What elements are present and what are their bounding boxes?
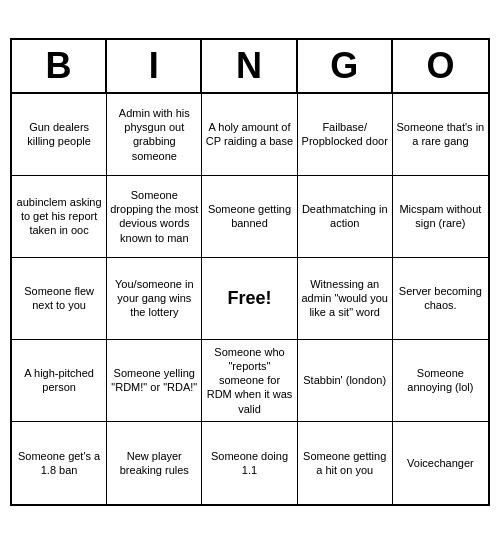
bingo-cell: Someone doing 1.1 — [202, 422, 297, 504]
bingo-cell: Failbase/ Propblocked door — [298, 94, 393, 176]
bingo-header: BINGO — [12, 40, 488, 94]
bingo-cell: You/someone in your gang wins the lotter… — [107, 258, 202, 340]
bingo-cell: Free! — [202, 258, 297, 340]
bingo-letter: I — [107, 40, 202, 92]
bingo-cell: Someone that's in a rare gang — [393, 94, 488, 176]
bingo-cell: Stabbin' (london) — [298, 340, 393, 422]
bingo-cell: A holy amount of CP raiding a base — [202, 94, 297, 176]
bingo-cell: Someone get's a 1.8 ban — [12, 422, 107, 504]
bingo-cell: New player breaking rules — [107, 422, 202, 504]
bingo-cell: Gun dealers killing people — [12, 94, 107, 176]
bingo-cell: A high-pitched person — [12, 340, 107, 422]
bingo-cell: Someone yelling "RDM!" or "RDA!" — [107, 340, 202, 422]
bingo-letter: N — [202, 40, 297, 92]
bingo-cell: Someone annoying (lol) — [393, 340, 488, 422]
bingo-cell: Server becoming chaos. — [393, 258, 488, 340]
bingo-letter: G — [298, 40, 393, 92]
bingo-cell: Micspam without sign (rare) — [393, 176, 488, 258]
bingo-letter: O — [393, 40, 488, 92]
bingo-letter: B — [12, 40, 107, 92]
bingo-cell: Deathmatching in action — [298, 176, 393, 258]
bingo-card: BINGO Gun dealers killing peopleAdmin wi… — [10, 38, 490, 506]
bingo-cell: Witnessing an admin "would you like a si… — [298, 258, 393, 340]
bingo-cell: Voicechanger — [393, 422, 488, 504]
bingo-cell: Someone getting a hit on you — [298, 422, 393, 504]
bingo-cell: Someone dropping the most devious words … — [107, 176, 202, 258]
bingo-cell: Someone flew next to you — [12, 258, 107, 340]
bingo-grid: Gun dealers killing peopleAdmin with his… — [12, 94, 488, 504]
bingo-cell: Someone who "reports" someone for RDM wh… — [202, 340, 297, 422]
bingo-cell: Someone getting banned — [202, 176, 297, 258]
bingo-cell: aubinclem asking to get his report taken… — [12, 176, 107, 258]
bingo-cell: Admin with his physgun out grabbing some… — [107, 94, 202, 176]
